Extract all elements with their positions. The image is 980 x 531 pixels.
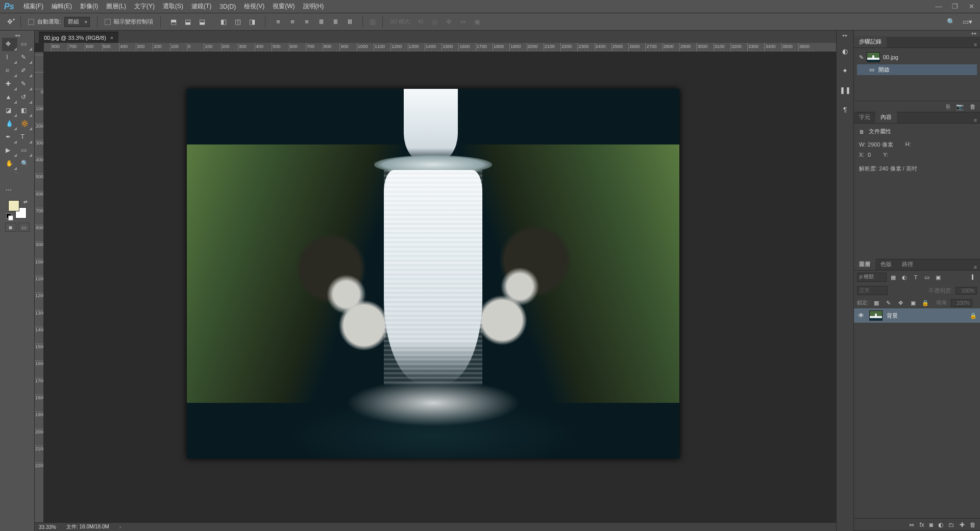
type-tool[interactable]: T [17, 131, 33, 144]
crop-tool[interactable]: ⌗ [2, 64, 17, 78]
default-colors-icon[interactable] [6, 213, 12, 220]
zoom-tool[interactable]: 🔍 [17, 157, 33, 171]
paths-tab[interactable]: 路徑 [897, 258, 918, 270]
window-minimize-icon[interactable]: — [935, 3, 942, 10]
filter-type-icon[interactable]: T [911, 273, 920, 282]
fill-field[interactable]: 100% [951, 299, 972, 307]
document-tab[interactable]: 00.jpg @ 33.3% (RGB/8) × [39, 32, 118, 43]
link-layers-icon[interactable]: ⇔ [909, 521, 914, 528]
distribute-top-icon[interactable]: ≡ [273, 16, 284, 28]
lock-transparency-icon[interactable]: ▩ [872, 298, 881, 307]
filter-toggle-icon[interactable]: ⏽ [968, 273, 977, 282]
history-brush-tool[interactable]: ↺ [17, 91, 33, 104]
3d-roll-icon[interactable]: ◎ [429, 16, 440, 28]
healing-brush-tool[interactable]: ✚ [2, 78, 17, 91]
opacity-field[interactable]: 100% [955, 287, 977, 295]
menu-filter[interactable]: 濾鏡(T) [187, 0, 215, 13]
distribute-right-icon[interactable]: Ⅲ [344, 16, 355, 28]
blur-tool[interactable]: 💧 [2, 117, 17, 131]
new-snapshot-icon[interactable]: 📷 [956, 103, 964, 110]
gradient-tool[interactable]: ◧ [17, 104, 33, 117]
lock-pixels-icon[interactable]: ✎ [884, 298, 893, 307]
menu-select[interactable]: 選取(S) [159, 0, 187, 13]
eraser-tool[interactable]: ◪ [2, 104, 17, 117]
layers-tab[interactable]: 圖層 [854, 258, 875, 270]
toolbox-collapse-icon[interactable]: ◂◂ [2, 33, 33, 38]
color-swatches[interactable]: ⇄ [7, 199, 28, 220]
channels-tab[interactable]: 色版 [875, 258, 897, 270]
distribute-vcenter-icon[interactable]: ≡ [287, 16, 298, 28]
move-tool-indicator-icon[interactable]: ✥▾ [5, 16, 16, 28]
adjustment-layer-icon[interactable]: ◐ [938, 521, 943, 528]
3d-pan-icon[interactable]: ✥ [443, 16, 454, 28]
lock-all-icon[interactable]: 🔒 [921, 298, 930, 307]
strip-collapse-icon[interactable]: ▸▸ [843, 33, 848, 38]
auto-align-icon[interactable]: ▥ [367, 16, 378, 28]
auto-select-dropdown[interactable]: 群組 [64, 17, 90, 27]
marquee-tool[interactable]: ▭ [17, 38, 33, 51]
menu-image[interactable]: 影像(I) [76, 0, 102, 13]
layers-panel-menu-icon[interactable]: ≡ [971, 264, 980, 270]
show-transform-checkbox[interactable] [105, 19, 111, 25]
layer-group-icon[interactable]: 🗀 [948, 521, 954, 528]
layer-mask-icon[interactable]: ◙ [929, 521, 933, 528]
history-brush-source-icon[interactable]: ✎ [859, 54, 864, 61]
align-hcenter-icon[interactable]: ◫ [232, 16, 243, 28]
strip-adjustments-icon[interactable]: ◐ [840, 46, 850, 56]
align-bottom-icon[interactable]: ⬓ [197, 16, 208, 28]
layer-name[interactable]: 背景 [887, 312, 898, 320]
history-panel-menu-icon[interactable]: ≡ [971, 42, 980, 47]
workspace-switcher-icon[interactable]: ▭▾ [962, 16, 973, 28]
dodge-tool[interactable]: 🔆 [17, 117, 33, 131]
path-select-tool[interactable]: ▶ [2, 144, 17, 157]
clone-stamp-tool[interactable]: ▲ [2, 91, 17, 104]
lasso-tool[interactable]: ⌇ [2, 51, 17, 64]
strip-styles-icon[interactable]: ✦ [840, 65, 850, 76]
tab-close-icon[interactable]: × [110, 35, 113, 41]
hand-tool[interactable]: ✋ [2, 157, 17, 171]
distribute-left-icon[interactable]: Ⅲ [315, 16, 327, 28]
strip-paragraph-icon[interactable]: ¶ [840, 104, 850, 114]
layer-visibility-icon[interactable]: 👁 [857, 312, 865, 319]
align-vcenter-icon[interactable]: ⬓ [182, 16, 193, 28]
menu-type[interactable]: 文字(Y) [130, 0, 159, 13]
quick-mask-icon[interactable]: ◙ [5, 223, 16, 232]
layer-row-background[interactable]: 👁 背景 🔒 [854, 308, 980, 323]
horizontal-ruler[interactable]: 8007006005004003002001000100200300400500… [44, 43, 836, 52]
history-entry-open[interactable]: ▭ 開啟 [857, 64, 977, 75]
quick-select-tool[interactable]: ✎ [17, 51, 33, 64]
canvas-viewport[interactable] [44, 52, 836, 522]
blend-mode-dropdown[interactable]: 正常 [857, 286, 888, 295]
delete-layer-icon[interactable]: 🗑 [970, 521, 976, 528]
distribute-bottom-icon[interactable]: ≡ [301, 16, 312, 28]
menu-3d[interactable]: 3D(D) [215, 1, 240, 12]
properties-tab[interactable]: 內容 [875, 111, 897, 123]
menu-view[interactable]: 檢視(V) [240, 0, 268, 13]
align-left-icon[interactable]: ◧ [218, 16, 229, 28]
history-source[interactable]: ✎ 00.jpg [857, 50, 977, 64]
3d-camera-icon[interactable]: ▣ [472, 16, 483, 28]
align-top-icon[interactable]: ⬒ [168, 16, 179, 28]
distribute-hcenter-icon[interactable]: Ⅲ [330, 16, 341, 28]
screen-mode-icon[interactable]: ▭ [18, 223, 30, 232]
statusbar-chevron-icon[interactable]: › [119, 524, 121, 530]
window-close-icon[interactable]: ✕ [968, 3, 975, 10]
create-document-from-state-icon[interactable]: ⎘ [946, 103, 950, 110]
eyedropper-tool[interactable]: ✐ [17, 64, 33, 78]
search-icon[interactable]: 🔍 [945, 16, 957, 28]
filter-smart-icon[interactable]: ▣ [934, 273, 943, 282]
menu-layer[interactable]: 圖層(L) [102, 0, 130, 13]
lock-artboard-icon[interactable]: ▣ [909, 298, 918, 307]
menu-window[interactable]: 視窗(W) [268, 0, 299, 13]
filter-shape-icon[interactable]: ▭ [922, 273, 932, 282]
menu-file[interactable]: 檔案(F) [19, 0, 47, 13]
filter-pixel-icon[interactable]: ▦ [889, 273, 898, 282]
shape-tool[interactable]: ▭ [17, 144, 33, 157]
history-tab[interactable]: 步驟記錄 [854, 36, 887, 47]
align-right-icon[interactable]: ◨ [247, 16, 258, 28]
zoom-level[interactable]: 33.33% [39, 524, 56, 530]
character-tab[interactable]: 字元 [854, 111, 875, 123]
3d-slide-icon[interactable]: ⇔ [457, 16, 469, 28]
layer-filter-type[interactable]: ρ 種類 [857, 273, 887, 282]
move-tool[interactable]: ✥ [2, 38, 17, 51]
